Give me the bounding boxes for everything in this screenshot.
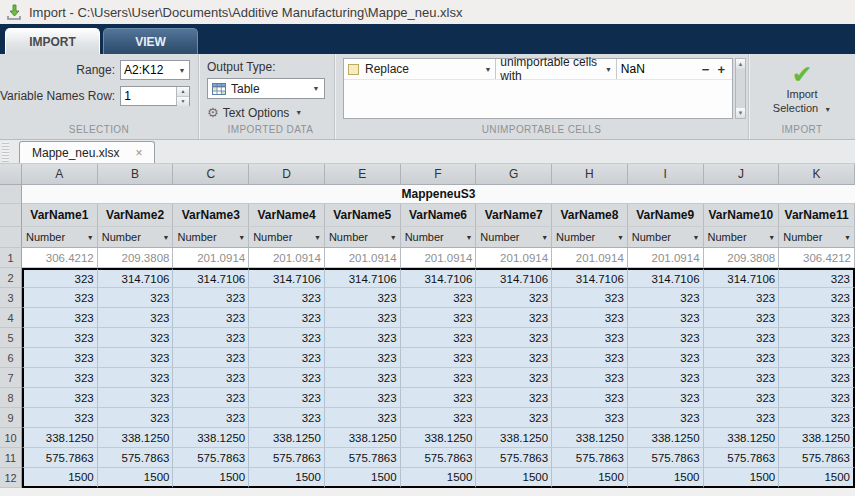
row-number[interactable]: 6	[0, 348, 22, 368]
cell[interactable]: 323	[325, 388, 401, 408]
rule-action-dropdown[interactable]: Replace ▼	[344, 59, 496, 79]
type-dropdown[interactable]: Number▼	[173, 227, 249, 248]
cell[interactable]: 575.7863	[628, 448, 704, 468]
cell[interactable]: 314.7106	[628, 268, 704, 288]
row-number[interactable]: 9	[0, 408, 22, 428]
cell[interactable]: 323	[476, 368, 552, 388]
cell[interactable]: 201.0914	[173, 248, 249, 268]
cell[interactable]: 323	[173, 288, 249, 308]
cell[interactable]: 338.1250	[173, 428, 249, 448]
cell[interactable]: 323	[173, 348, 249, 368]
cell[interactable]: 338.1250	[325, 428, 401, 448]
cell[interactable]: 323	[476, 328, 552, 348]
drag-grip-icon[interactable]	[2, 142, 9, 162]
cell[interactable]: 323	[325, 288, 401, 308]
variable-name-cell[interactable]: VarName1	[22, 204, 98, 227]
range-combobox[interactable]: ▼	[120, 60, 190, 80]
chevron-down-icon[interactable]: ▼	[175, 67, 189, 74]
cell[interactable]: 314.7106	[401, 268, 477, 288]
column-header-B[interactable]: B	[98, 164, 174, 185]
type-dropdown[interactable]: Number▼	[704, 227, 780, 248]
cell[interactable]: 323	[401, 328, 477, 348]
cell[interactable]: 323	[476, 388, 552, 408]
cell[interactable]: 338.1250	[552, 428, 628, 448]
rules-scrollbar[interactable]: ▲ ▼	[735, 58, 746, 119]
cell[interactable]: 314.7106	[552, 268, 628, 288]
cell[interactable]: 323	[476, 408, 552, 428]
cell[interactable]: 323	[704, 348, 780, 368]
cell[interactable]: 323	[779, 288, 855, 308]
cell[interactable]: 201.0914	[249, 248, 325, 268]
cell[interactable]: 323	[704, 288, 780, 308]
cell[interactable]: 314.7106	[98, 268, 174, 288]
spinner-up-icon[interactable]: ▲	[177, 87, 189, 96]
cell[interactable]: 323	[779, 408, 855, 428]
cell[interactable]: 314.7106	[325, 268, 401, 288]
cell[interactable]: 323	[552, 388, 628, 408]
row-number[interactable]: 11	[0, 448, 22, 468]
column-header-I[interactable]: I	[628, 164, 704, 185]
column-header-D[interactable]: D	[249, 164, 325, 185]
cell[interactable]: 323	[325, 328, 401, 348]
rule-value-field[interactable]	[617, 59, 695, 79]
cell[interactable]: 323	[779, 348, 855, 368]
output-type-dropdown[interactable]: Table ▼	[207, 78, 325, 99]
cell[interactable]: 323	[779, 268, 855, 288]
variable-name-cell[interactable]: VarName10	[704, 204, 780, 227]
cell[interactable]: 323	[401, 368, 477, 388]
cell[interactable]: 201.0914	[401, 248, 477, 268]
range-input[interactable]	[121, 63, 175, 77]
cell[interactable]: 323	[98, 388, 174, 408]
cell[interactable]: 1500	[628, 468, 704, 488]
cell[interactable]: 323	[628, 328, 704, 348]
cell[interactable]: 575.7863	[704, 448, 780, 468]
row-number[interactable]: 7	[0, 368, 22, 388]
cell[interactable]: 323	[249, 328, 325, 348]
cell[interactable]: 575.7863	[22, 448, 98, 468]
row-number[interactable]: 1	[0, 248, 22, 268]
cell[interactable]: 323	[628, 348, 704, 368]
document-tab-mappe-neu[interactable]: Mappe_neu.xlsx ×	[19, 141, 155, 163]
close-icon[interactable]: ×	[135, 146, 142, 160]
cell[interactable]: 323	[22, 408, 98, 428]
cell[interactable]: 1500	[22, 468, 98, 488]
cell[interactable]: 323	[22, 288, 98, 308]
cell[interactable]: 201.0914	[552, 248, 628, 268]
variable-name-cell[interactable]: VarName5	[325, 204, 401, 227]
rule-target-dropdown[interactable]: unimportable cells with ▼	[496, 59, 616, 79]
cell[interactable]: 323	[22, 308, 98, 328]
cell[interactable]: 338.1250	[249, 428, 325, 448]
cell[interactable]: 323	[704, 308, 780, 328]
cell[interactable]: 323	[249, 288, 325, 308]
variable-name-cell[interactable]: VarName3	[173, 204, 249, 227]
cell[interactable]: 323	[401, 308, 477, 328]
variable-name-cell[interactable]: VarName8	[552, 204, 628, 227]
cell[interactable]: 323	[325, 368, 401, 388]
variable-name-cell[interactable]: VarName6	[401, 204, 477, 227]
row-number[interactable]: 8	[0, 388, 22, 408]
cell[interactable]: 323	[22, 368, 98, 388]
cell[interactable]: 323	[22, 328, 98, 348]
cell[interactable]: 323	[779, 328, 855, 348]
row-number[interactable]: 3	[0, 288, 22, 308]
cell[interactable]: 323	[173, 368, 249, 388]
variable-name-cell[interactable]: VarName7	[476, 204, 552, 227]
cell[interactable]: 575.7863	[325, 448, 401, 468]
variable-name-cell[interactable]: VarName2	[98, 204, 174, 227]
cell[interactable]: 1500	[704, 468, 780, 488]
cell[interactable]: 323	[704, 408, 780, 428]
cell[interactable]: 323	[628, 308, 704, 328]
cell[interactable]: 1500	[552, 468, 628, 488]
cell[interactable]: 209.3808	[704, 248, 780, 268]
cell[interactable]: 323	[628, 368, 704, 388]
cell[interactable]: 323	[552, 408, 628, 428]
row-number[interactable]: 2	[0, 268, 22, 288]
type-dropdown[interactable]: Number▼	[779, 227, 855, 248]
cell[interactable]: 323	[628, 288, 704, 308]
row-number[interactable]: 4	[0, 308, 22, 328]
select-all-corner[interactable]	[0, 164, 22, 185]
row-number[interactable]: 10	[0, 428, 22, 448]
remove-rule-button[interactable]: −	[702, 62, 710, 77]
column-header-F[interactable]: F	[401, 164, 477, 185]
cell[interactable]: 323	[98, 288, 174, 308]
